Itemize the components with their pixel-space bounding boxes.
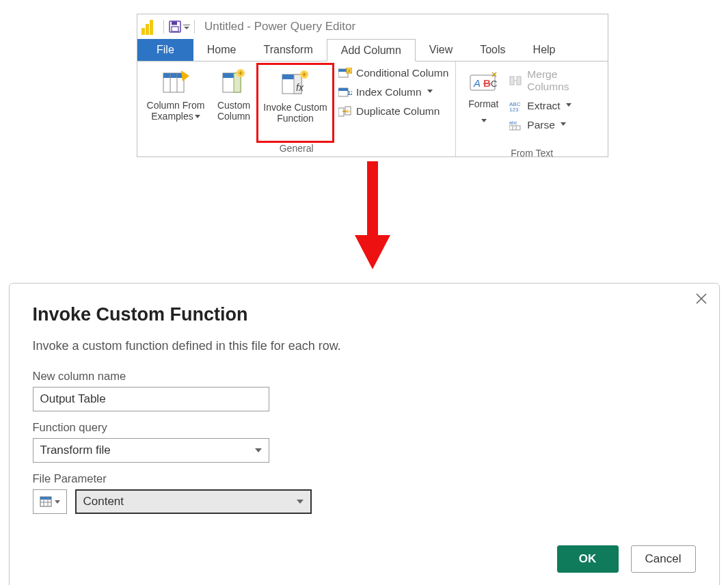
svg-rect-24 bbox=[338, 108, 344, 116]
label: Function bbox=[277, 113, 314, 124]
svg-text:C: C bbox=[491, 79, 497, 89]
table-icon bbox=[40, 496, 52, 507]
svg-rect-39 bbox=[367, 161, 378, 236]
chevron-down-icon bbox=[561, 122, 566, 126]
qat-dropdown-icon[interactable] bbox=[183, 23, 190, 30]
label: Custom bbox=[217, 100, 250, 111]
extract-button[interactable]: ABC123 Extract bbox=[509, 100, 599, 112]
svg-marker-7 bbox=[181, 70, 189, 81]
conditional-column-icon: ≠ bbox=[338, 68, 352, 79]
chevron-down-icon bbox=[55, 500, 60, 504]
label: Conditional Column bbox=[356, 67, 448, 79]
file-parameter-value: Content bbox=[83, 495, 124, 508]
annotation-arrow bbox=[137, 157, 608, 283]
extract-icon: ABC123 bbox=[509, 100, 523, 111]
dialog-title: Invoke Custom Function bbox=[33, 304, 696, 325]
function-query-label: Function query bbox=[33, 421, 696, 434]
arrow-down-icon bbox=[352, 161, 393, 271]
format-button[interactable]: ABC Format bbox=[460, 64, 507, 146]
close-icon bbox=[695, 292, 708, 305]
file-parameter-select[interactable]: Content bbox=[75, 489, 312, 514]
label: Duplicate Column bbox=[356, 105, 440, 118]
label: Invoke Custom bbox=[263, 102, 327, 113]
function-query-value: Transform file bbox=[40, 444, 111, 457]
format-icon: ABC bbox=[468, 68, 499, 98]
titlebar: Untitled - Power Query Editor bbox=[137, 14, 608, 39]
svg-rect-36 bbox=[509, 126, 520, 130]
powerbi-logo-icon bbox=[141, 18, 155, 35]
conditional-column-button[interactable]: ≠ Conditional Column bbox=[338, 67, 448, 79]
label: Format bbox=[468, 98, 498, 109]
tab-home[interactable]: Home bbox=[193, 39, 250, 61]
svg-rect-42 bbox=[40, 497, 51, 500]
label: Merge Columns bbox=[527, 68, 599, 93]
column-from-examples-icon bbox=[141, 67, 210, 97]
power-query-editor-window: Untitled - Power Query Editor File Home … bbox=[137, 14, 608, 157]
label: Column bbox=[217, 111, 250, 122]
save-icon[interactable] bbox=[168, 20, 182, 33]
tab-add-column[interactable]: Add Column bbox=[327, 39, 416, 62]
chevron-down-icon bbox=[427, 90, 433, 93]
svg-text:fx: fx bbox=[296, 82, 304, 93]
parse-button[interactable]: abc Parse bbox=[509, 119, 599, 131]
tab-transform[interactable]: Transform bbox=[250, 39, 326, 61]
ribbon-tabs: File Home Transform Add Column View Tool… bbox=[137, 39, 608, 61]
custom-column-icon bbox=[210, 67, 258, 97]
label: Index Column bbox=[356, 86, 422, 98]
highlight-invoke-custom-function: fx Invoke Custom Function bbox=[256, 63, 334, 143]
svg-rect-32 bbox=[517, 77, 521, 85]
ribbon-body: Column From Examples Custom Column fx bbox=[137, 61, 608, 157]
chevron-down-icon bbox=[255, 448, 262, 452]
index-column-button[interactable]: 12 Index Column bbox=[338, 86, 448, 98]
chevron-down-icon bbox=[566, 103, 571, 107]
label: Examples bbox=[151, 111, 193, 122]
tab-tools[interactable]: Tools bbox=[466, 39, 519, 61]
svg-marker-40 bbox=[355, 235, 390, 269]
separator bbox=[194, 20, 195, 33]
separator bbox=[163, 20, 164, 33]
label: Column From bbox=[147, 100, 205, 111]
custom-column-button[interactable]: Custom Column bbox=[210, 64, 258, 141]
duplicate-column-icon bbox=[338, 106, 352, 117]
svg-text:123: 123 bbox=[509, 107, 519, 111]
app-title: Untitled - Power Query Editor bbox=[204, 20, 355, 33]
svg-text:12: 12 bbox=[347, 90, 352, 96]
merge-columns-button: Merge Columns bbox=[509, 68, 599, 93]
group-label-general: General bbox=[141, 141, 451, 155]
svg-text:≠: ≠ bbox=[348, 68, 351, 73]
function-query-select[interactable]: Transform file bbox=[33, 438, 269, 463]
file-parameter-label: File Parameter bbox=[33, 472, 696, 485]
label: Extract bbox=[527, 100, 560, 112]
invoke-custom-function-dialog: Invoke Custom Function Invoke a custom f… bbox=[9, 283, 720, 585]
invoke-custom-function-button[interactable]: fx Invoke Custom Function bbox=[260, 66, 331, 124]
new-column-name-input[interactable] bbox=[33, 387, 269, 411]
dialog-description: Invoke a custom function defined in this… bbox=[33, 339, 696, 353]
close-button[interactable] bbox=[695, 292, 708, 308]
merge-columns-icon bbox=[509, 75, 523, 86]
parse-icon: abc bbox=[509, 120, 523, 131]
parameter-type-picker[interactable] bbox=[33, 489, 67, 514]
cancel-button[interactable]: Cancel bbox=[631, 545, 696, 573]
new-column-name-label: New column name bbox=[33, 370, 696, 383]
svg-rect-2 bbox=[172, 27, 178, 31]
duplicate-column-button[interactable]: Duplicate Column bbox=[338, 105, 448, 118]
invoke-custom-function-icon: fx bbox=[260, 69, 331, 99]
svg-rect-1 bbox=[172, 22, 177, 25]
svg-rect-4 bbox=[163, 73, 184, 78]
chevron-down-icon bbox=[195, 115, 200, 118]
svg-text:A: A bbox=[473, 77, 481, 89]
tab-file[interactable]: File bbox=[137, 39, 193, 61]
group-label-from-text: From Text bbox=[460, 146, 604, 160]
chevron-down-icon bbox=[481, 119, 487, 122]
ok-button[interactable]: OK bbox=[557, 545, 619, 573]
svg-rect-31 bbox=[510, 77, 514, 85]
tab-view[interactable]: View bbox=[416, 39, 466, 61]
svg-rect-22 bbox=[338, 88, 348, 91]
column-from-examples-button[interactable]: Column From Examples bbox=[141, 64, 210, 141]
index-column-icon: 12 bbox=[338, 87, 352, 98]
svg-text:abc: abc bbox=[509, 120, 517, 125]
label: Parse bbox=[527, 119, 555, 131]
tab-help[interactable]: Help bbox=[520, 39, 569, 61]
chevron-down-icon bbox=[297, 500, 304, 504]
svg-text:B: B bbox=[483, 77, 491, 89]
